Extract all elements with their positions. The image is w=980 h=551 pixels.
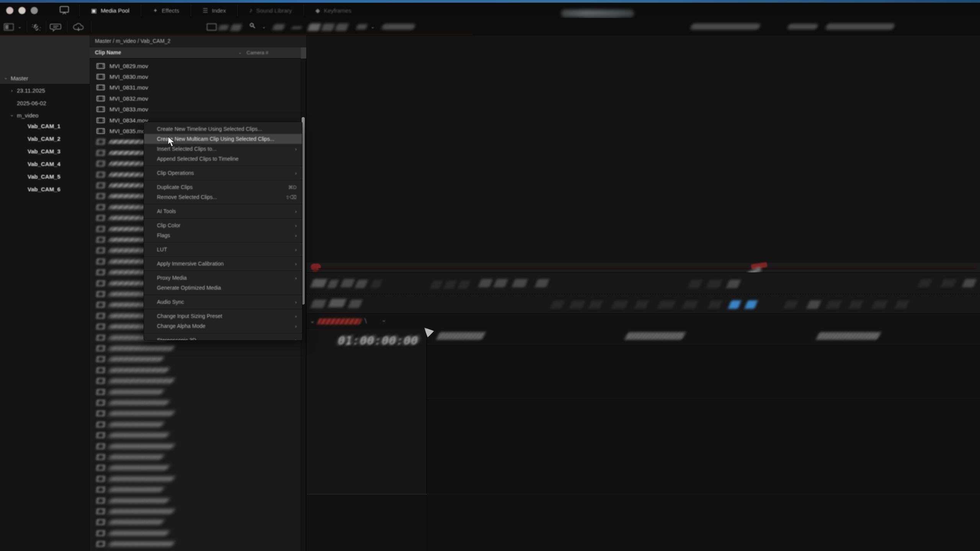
clip-row-blurred[interactable] [90,463,301,473]
tab-effects[interactable]: ✦Effects [141,3,191,18]
markers-note-icon[interactable] [50,23,62,32]
timeline-tool-icon-blurred[interactable] [708,300,723,309]
tab-keyframes[interactable]: ◆Keyframes [304,3,363,18]
timeline-tool-icon-blurred[interactable] [706,280,723,288]
timeline-tool-icon-blurred[interactable] [682,300,699,309]
chevron-down-icon[interactable]: ⌄ [9,112,15,117]
timeline-tool-icon-blurred[interactable] [918,279,933,287]
timeline-tool-icon-blurred[interactable] [588,300,603,309]
timeline-timecode[interactable]: 01:00:00:00 [336,334,420,347]
timeline-tool-icon-blurred[interactable] [611,300,629,309]
clip-row-blurred[interactable] [90,517,301,528]
strip-view-icon[interactable] [218,25,229,30]
search-chevron-icon[interactable]: ⌄ [262,24,266,29]
filter-chevron-icon[interactable]: ⌄ [371,24,375,29]
right-control-2-blurred[interactable] [787,24,819,29]
bin-item-23.11.2025[interactable]: ›23.11.2025 [0,84,90,96]
breadcrumb[interactable]: Master / m_video / Vab_CAM_2 [95,38,170,44]
clip-row-blurred[interactable] [90,539,301,549]
bin-item-vab_cam_2[interactable]: Vab_CAM_2 [0,132,90,145]
clip-row-blurred[interactable] [90,484,301,495]
cloud-sync-icon[interactable] [72,23,85,33]
bin-item-vab_cam_4[interactable]: Vab_CAM_4 [0,158,90,170]
clip-row-blurred[interactable] [90,365,301,375]
camera-column-header[interactable]: Camera # [247,50,268,55]
menu-item-audio-sync[interactable]: Audio Sync› [144,297,302,307]
menu-item-stereoscopic-3d[interactable]: Stereoscopic 3D› [144,335,302,341]
timeline-tool-icon-blurred[interactable] [962,279,977,287]
sort-icon[interactable] [272,24,285,30]
menu-item-generate-optimized-media[interactable]: Generate Optimized Media [144,283,302,293]
clip-row-blurred[interactable] [90,430,301,441]
right-control-1-blurred[interactable] [690,23,761,30]
menu-item-clip-operations[interactable]: Clip Operations› [144,168,302,178]
timeline-tab-chevron-icon[interactable]: ⌄ [382,317,386,323]
timeline-ruler[interactable] [427,329,980,344]
clip-row[interactable]: MVI_0832.mov [90,93,301,104]
clip-row[interactable]: MVI_0829.mov [90,60,301,71]
timeline-tool-icon-blurred[interactable] [370,280,383,288]
search-icon[interactable]: 🔍︎ [249,22,256,30]
timeline-tool-icon-blurred[interactable] [310,300,327,308]
clip-row-blurred[interactable] [90,441,301,452]
menu-item-apply-immersive-calibration[interactable]: Apply Immersive Calibration› [144,259,302,269]
clip-row-blurred[interactable] [90,528,301,538]
zoom-window-icon[interactable] [31,7,38,14]
clip-row-blurred[interactable] [90,419,301,430]
clip-row-blurred[interactable] [90,386,301,397]
timeline-tool-icon-blurred[interactable] [327,280,339,288]
sort-chevron-icon[interactable]: ⌄ [238,50,242,55]
filter-icon[interactable] [356,24,368,29]
menu-item-clip-color[interactable]: Clip Color› [144,220,302,230]
view-option-1-icon[interactable] [307,23,321,31]
sidebar-toggle-icon[interactable] [4,23,14,31]
timeline-tool-icon-active[interactable] [728,300,742,309]
bin-item-vab_cam_1[interactable]: Vab_CAM_1 [0,120,90,132]
timeline-overview-strip[interactable] [307,262,980,272]
thumbnail-view-icon[interactable] [207,23,217,31]
menu-item-change-input-sizing-preset[interactable]: Change Input Sizing Preset› [144,311,302,321]
bin-item-vab_cam_6[interactable]: Vab_CAM_6 [0,183,90,195]
clip-row-blurred[interactable] [90,376,301,386]
clean-feed-display-icon[interactable] [59,6,69,15]
timeline-tool-icon-blurred[interactable] [550,300,565,309]
search-field-blurred[interactable] [381,24,416,30]
timeline-tool-icon-blurred[interactable] [849,300,864,309]
timeline-tool-icon-blurred[interactable] [310,279,328,287]
menu-item-ai-tools[interactable]: AI Tools› [144,206,302,216]
clip-row-blurred[interactable] [90,473,301,484]
timeline-list-icon[interactable]: ⌄ [310,317,315,325]
chevron-right-icon[interactable]: › [9,88,15,93]
timeline-tool-icon-blurred[interactable] [457,280,471,289]
clip-row-blurred[interactable] [90,354,301,365]
menu-item-change-alpha-mode[interactable]: Change Alpha Mode› [144,321,302,331]
timeline-tool-icon-blurred[interactable] [478,279,493,287]
tab-index[interactable]: ☰Index [191,3,237,18]
bin-item-2025-06-02[interactable]: 2025-06-02 [0,97,90,109]
list-view-icon[interactable] [230,24,242,31]
bin-item-master[interactable]: ⌄Master [0,72,90,84]
timeline-tool-icon-blurred[interactable] [328,299,347,307]
timeline-tool-icon-blurred[interactable] [355,280,368,288]
clip-row-blurred[interactable] [90,495,301,506]
timeline-tool-icon-blurred[interactable] [826,300,842,309]
clip-row-blurred[interactable] [90,397,301,408]
timeline-tool-icon-blurred[interactable] [493,279,508,287]
menu-item-proxy-media[interactable]: Proxy Media› [144,273,302,283]
tab-sound-library[interactable]: ♪Sound Library [238,3,303,18]
timeline-tool-icon-blurred[interactable] [895,300,910,309]
clip-row-blurred[interactable] [90,343,301,354]
timeline-tool-icon-blurred[interactable] [784,300,799,309]
view-option-3-icon[interactable] [335,23,349,31]
menu-item-create-new-timeline-using-selected-clips[interactable]: Create New Timeline Using Selected Clips… [144,124,302,134]
minimize-window-icon[interactable] [18,7,26,14]
clip-row-blurred[interactable] [90,506,301,517]
more-options-icon[interactable] [291,26,302,29]
clip-row-blurred[interactable] [90,408,301,419]
menu-item-flags[interactable]: Flags› [144,230,302,240]
timeline-tool-icon-blurred[interactable] [688,280,703,288]
timeline-tool-icon-blurred[interactable] [726,280,741,288]
timeline-tool-icon-blurred[interactable] [512,279,528,287]
timeline-tool-icon-blurred[interactable] [657,300,676,309]
chevron-down-icon[interactable]: ⌄ [18,24,22,29]
